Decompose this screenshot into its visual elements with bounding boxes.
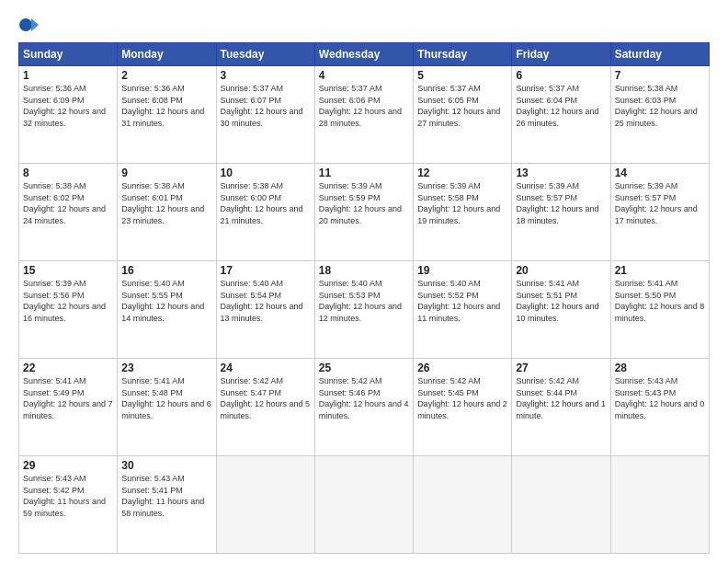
- calendar-cell: [216, 456, 314, 554]
- day-number: 2: [121, 69, 211, 82]
- calendar-table: SundayMondayTuesdayWednesdayThursdayFrid…: [18, 42, 710, 554]
- day-number: 27: [516, 362, 606, 374]
- day-info: Sunrise: 5:38 AMSunset: 6:03 PMDaylight:…: [615, 83, 705, 129]
- calendar-header-thursday: Thursday: [414, 43, 512, 66]
- calendar-cell: [610, 456, 709, 554]
- day-info: Sunrise: 5:40 AMSunset: 5:53 PMDaylight:…: [319, 278, 409, 324]
- day-info: Sunrise: 5:39 AMSunset: 5:56 PMDaylight:…: [23, 278, 113, 324]
- day-number: 8: [23, 167, 113, 179]
- calendar-week-1: 1Sunrise: 5:36 AMSunset: 6:09 PMDaylight…: [19, 66, 710, 164]
- day-info: Sunrise: 5:39 AMSunset: 5:57 PMDaylight:…: [516, 180, 606, 226]
- day-info: Sunrise: 5:40 AMSunset: 5:54 PMDaylight:…: [221, 278, 311, 324]
- calendar-cell: 18Sunrise: 5:40 AMSunset: 5:53 PMDayligh…: [314, 261, 413, 359]
- calendar-cell: 4Sunrise: 5:37 AMSunset: 6:06 PMDaylight…: [314, 66, 413, 164]
- calendar-cell: 28Sunrise: 5:43 AMSunset: 5:43 PMDayligh…: [610, 359, 709, 456]
- day-number: 10: [221, 167, 311, 179]
- day-number: 7: [615, 69, 705, 82]
- day-number: 17: [221, 264, 311, 277]
- calendar-cell: 20Sunrise: 5:41 AMSunset: 5:51 PMDayligh…: [512, 261, 610, 359]
- calendar-cell: 26Sunrise: 5:42 AMSunset: 5:45 PMDayligh…: [414, 359, 512, 456]
- calendar-cell: 25Sunrise: 5:42 AMSunset: 5:46 PMDayligh…: [314, 359, 413, 456]
- day-info: Sunrise: 5:38 AMSunset: 6:01 PMDaylight:…: [121, 180, 211, 226]
- day-number: 11: [319, 167, 409, 179]
- day-number: 26: [417, 362, 507, 374]
- day-number: 21: [615, 264, 705, 277]
- day-number: 5: [417, 69, 507, 82]
- calendar-cell: 29Sunrise: 5:43 AMSunset: 5:42 PMDayligh…: [19, 456, 118, 554]
- calendar-cell: 6Sunrise: 5:37 AMSunset: 6:04 PMDaylight…: [512, 66, 610, 164]
- day-info: Sunrise: 5:43 AMSunset: 5:43 PMDaylight:…: [615, 375, 705, 421]
- calendar-week-3: 15Sunrise: 5:39 AMSunset: 5:56 PMDayligh…: [19, 261, 710, 359]
- calendar-week-4: 22Sunrise: 5:41 AMSunset: 5:49 PMDayligh…: [19, 359, 710, 456]
- calendar-header-row: SundayMondayTuesdayWednesdayThursdayFrid…: [19, 43, 710, 66]
- calendar-cell: 30Sunrise: 5:43 AMSunset: 5:41 PMDayligh…: [118, 456, 216, 554]
- logo-icon: [18, 15, 39, 35]
- day-info: Sunrise: 5:41 AMSunset: 5:49 PMDaylight:…: [23, 375, 113, 421]
- day-info: Sunrise: 5:41 AMSunset: 5:48 PMDaylight:…: [121, 375, 211, 421]
- day-number: 15: [23, 264, 113, 277]
- calendar-header-friday: Friday: [512, 43, 610, 66]
- calendar-cell: 24Sunrise: 5:42 AMSunset: 5:47 PMDayligh…: [216, 359, 314, 456]
- day-info: Sunrise: 5:40 AMSunset: 5:55 PMDaylight:…: [121, 278, 211, 324]
- day-info: Sunrise: 5:36 AMSunset: 6:09 PMDaylight:…: [23, 83, 113, 129]
- day-number: 4: [319, 69, 409, 82]
- calendar-cell: [414, 456, 512, 554]
- day-info: Sunrise: 5:38 AMSunset: 6:02 PMDaylight:…: [23, 180, 113, 226]
- calendar-cell: 12Sunrise: 5:39 AMSunset: 5:58 PMDayligh…: [414, 164, 512, 261]
- day-info: Sunrise: 5:39 AMSunset: 5:57 PMDaylight:…: [615, 180, 705, 226]
- day-number: 13: [516, 167, 606, 179]
- calendar-cell: [314, 456, 413, 554]
- calendar-cell: 13Sunrise: 5:39 AMSunset: 5:57 PMDayligh…: [512, 164, 610, 261]
- day-number: 16: [121, 264, 211, 277]
- calendar-header-tuesday: Tuesday: [216, 43, 314, 66]
- day-number: 9: [121, 167, 211, 179]
- calendar-cell: 1Sunrise: 5:36 AMSunset: 6:09 PMDaylight…: [19, 66, 118, 164]
- calendar-header-sunday: Sunday: [19, 43, 118, 66]
- calendar-cell: 14Sunrise: 5:39 AMSunset: 5:57 PMDayligh…: [610, 164, 709, 261]
- day-info: Sunrise: 5:37 AMSunset: 6:07 PMDaylight:…: [221, 83, 311, 129]
- calendar-cell: 3Sunrise: 5:37 AMSunset: 6:07 PMDaylight…: [216, 66, 314, 164]
- calendar-cell: 11Sunrise: 5:39 AMSunset: 5:59 PMDayligh…: [314, 164, 413, 261]
- day-info: Sunrise: 5:37 AMSunset: 6:06 PMDaylight:…: [319, 83, 409, 129]
- day-info: Sunrise: 5:40 AMSunset: 5:52 PMDaylight:…: [417, 278, 507, 324]
- day-info: Sunrise: 5:42 AMSunset: 5:45 PMDaylight:…: [417, 375, 507, 421]
- day-number: 25: [319, 362, 409, 374]
- header: [18, 15, 710, 35]
- calendar-cell: 7Sunrise: 5:38 AMSunset: 6:03 PMDaylight…: [610, 66, 709, 164]
- calendar-body: 1Sunrise: 5:36 AMSunset: 6:09 PMDaylight…: [19, 66, 710, 554]
- calendar-cell: 19Sunrise: 5:40 AMSunset: 5:52 PMDayligh…: [414, 261, 512, 359]
- calendar-cell: 27Sunrise: 5:42 AMSunset: 5:44 PMDayligh…: [512, 359, 610, 456]
- calendar-cell: 5Sunrise: 5:37 AMSunset: 6:05 PMDaylight…: [414, 66, 512, 164]
- calendar-cell: 9Sunrise: 5:38 AMSunset: 6:01 PMDaylight…: [118, 164, 216, 261]
- calendar-cell: 22Sunrise: 5:41 AMSunset: 5:49 PMDayligh…: [19, 359, 118, 456]
- day-number: 14: [615, 167, 705, 179]
- svg-marker-1: [31, 18, 39, 31]
- day-info: Sunrise: 5:41 AMSunset: 5:51 PMDaylight:…: [516, 278, 606, 324]
- day-number: 23: [121, 362, 211, 374]
- day-info: Sunrise: 5:36 AMSunset: 6:08 PMDaylight:…: [121, 83, 211, 129]
- calendar-header-monday: Monday: [118, 43, 216, 66]
- calendar-header-saturday: Saturday: [610, 43, 709, 66]
- day-info: Sunrise: 5:37 AMSunset: 6:05 PMDaylight:…: [417, 83, 507, 129]
- day-number: 29: [23, 459, 113, 472]
- calendar-week-5: 29Sunrise: 5:43 AMSunset: 5:42 PMDayligh…: [19, 456, 710, 554]
- day-info: Sunrise: 5:43 AMSunset: 5:41 PMDaylight:…: [121, 473, 211, 519]
- calendar-cell: 16Sunrise: 5:40 AMSunset: 5:55 PMDayligh…: [118, 261, 216, 359]
- calendar-header-wednesday: Wednesday: [314, 43, 413, 66]
- day-number: 28: [615, 362, 705, 374]
- day-number: 22: [23, 362, 113, 374]
- day-number: 24: [221, 362, 311, 374]
- calendar-cell: 2Sunrise: 5:36 AMSunset: 6:08 PMDaylight…: [118, 66, 216, 164]
- logo: [18, 15, 42, 35]
- calendar-cell: [512, 456, 610, 554]
- calendar-cell: 21Sunrise: 5:41 AMSunset: 5:50 PMDayligh…: [610, 261, 709, 359]
- day-info: Sunrise: 5:43 AMSunset: 5:42 PMDaylight:…: [23, 473, 113, 519]
- calendar-cell: 10Sunrise: 5:38 AMSunset: 6:00 PMDayligh…: [216, 164, 314, 261]
- day-info: Sunrise: 5:42 AMSunset: 5:46 PMDaylight:…: [319, 375, 409, 421]
- day-info: Sunrise: 5:39 AMSunset: 5:59 PMDaylight:…: [319, 180, 409, 226]
- day-number: 20: [516, 264, 606, 277]
- day-number: 6: [516, 69, 606, 82]
- day-info: Sunrise: 5:39 AMSunset: 5:58 PMDaylight:…: [417, 180, 507, 226]
- day-info: Sunrise: 5:41 AMSunset: 5:50 PMDaylight:…: [615, 278, 705, 324]
- day-info: Sunrise: 5:37 AMSunset: 6:04 PMDaylight:…: [516, 83, 606, 129]
